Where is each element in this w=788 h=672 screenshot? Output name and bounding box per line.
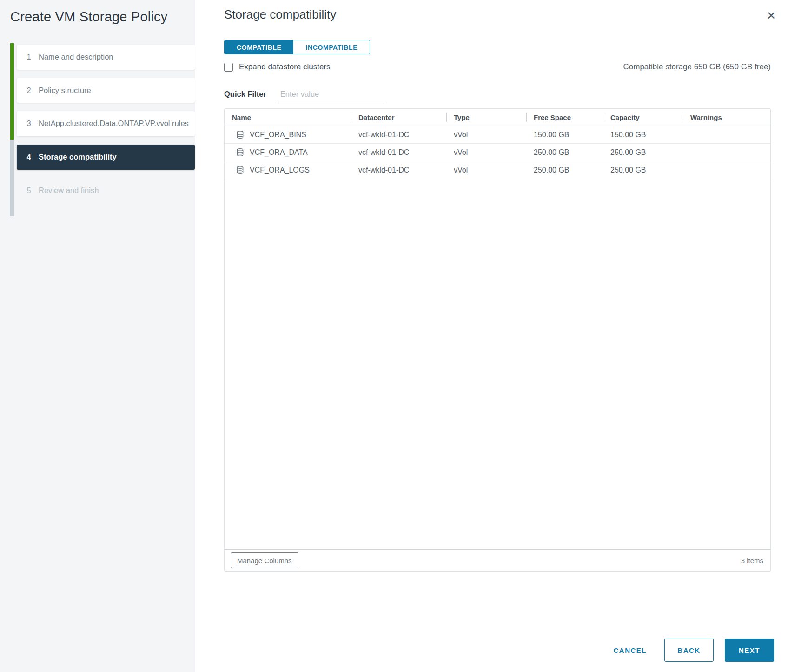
datastore-name: VCF_ORA_LOGS bbox=[250, 166, 310, 174]
datastore-type: vVol bbox=[446, 166, 526, 174]
wizard-step-vvol-rules[interactable]: 3 NetApp.clustered.Data.ONTAP.VP.vvol ru… bbox=[17, 111, 195, 136]
next-button[interactable]: NEXT bbox=[725, 639, 774, 662]
filter-row: Expand datastore clusters Compatible sto… bbox=[224, 62, 771, 72]
step-label: Review and finish bbox=[39, 185, 99, 197]
quick-filter-label: Quick Filter bbox=[224, 90, 266, 99]
column-header-free-space[interactable]: Free Space bbox=[526, 109, 603, 126]
table-row[interactable]: VCF_ORA_LOGS vcf-wkld-01-DC vVol 250.00 … bbox=[225, 161, 770, 179]
step-number: 3 bbox=[26, 119, 32, 128]
manage-columns-button[interactable]: Manage Columns bbox=[231, 552, 298, 568]
wizard-progress-done bbox=[10, 43, 14, 140]
wizard-title: Create VM Storage Policy bbox=[10, 9, 195, 25]
column-header-name[interactable]: Name bbox=[225, 109, 351, 126]
table-row[interactable]: VCF_ORA_DATA vcf-wkld-01-DC vVol 250.00 … bbox=[225, 144, 770, 161]
datastore-datacenter: vcf-wkld-01-DC bbox=[351, 166, 446, 174]
datastore-type: vVol bbox=[446, 148, 526, 157]
step-number: 1 bbox=[26, 53, 32, 61]
datastore-icon bbox=[236, 166, 245, 174]
datastore-capacity: 150.00 GB bbox=[603, 131, 683, 139]
quick-filter-row: Quick Filter bbox=[224, 89, 771, 101]
table-row[interactable]: VCF_ORA_BINS vcf-wkld-01-DC vVol 150.00 … bbox=[225, 126, 770, 144]
wizard-step-review-and-finish: 5 Review and finish bbox=[17, 178, 195, 203]
wizard-progress-todo bbox=[10, 140, 14, 216]
wizard-steps: 1 Name and description 2 Policy structur… bbox=[17, 45, 195, 211]
step-number: 2 bbox=[26, 86, 32, 95]
datastore-name: VCF_ORA_BINS bbox=[250, 131, 306, 139]
datastore-name: VCF_ORA_DATA bbox=[250, 148, 308, 157]
datastore-icon bbox=[236, 130, 245, 139]
datastore-capacity: 250.00 GB bbox=[603, 148, 683, 157]
items-count: 3 items bbox=[741, 557, 763, 565]
step-number: 4 bbox=[26, 153, 32, 161]
step-label: NetApp.clustered.Data.ONTAP.VP.vvol rule… bbox=[39, 118, 189, 130]
step-label: Name and description bbox=[39, 51, 113, 63]
page-title: Storage compatibility bbox=[224, 7, 771, 22]
datastore-free-space: 250.00 GB bbox=[526, 166, 603, 174]
column-header-capacity[interactable]: Capacity bbox=[603, 109, 683, 126]
datastore-datacenter: vcf-wkld-01-DC bbox=[351, 148, 446, 157]
compatibility-toggle: COMPATIBLE INCOMPATIBLE bbox=[224, 40, 370, 54]
datastore-capacity: 250.00 GB bbox=[603, 166, 683, 174]
expand-datastore-clusters-checkbox[interactable]: Expand datastore clusters bbox=[224, 62, 331, 72]
expand-datastore-clusters-label: Expand datastore clusters bbox=[239, 62, 331, 72]
compatible-storage-table: Name Datacenter Type Free Space Capacity… bbox=[224, 108, 771, 572]
storage-compatibility-panel: Storage compatibility ✕ COMPATIBLE INCOM… bbox=[195, 0, 788, 672]
back-button[interactable]: BACK bbox=[664, 639, 714, 662]
datastore-free-space: 150.00 GB bbox=[526, 131, 603, 139]
checkbox-icon[interactable] bbox=[224, 63, 233, 72]
wizard-actions: CANCEL BACK NEXT bbox=[614, 639, 775, 662]
step-label: Policy structure bbox=[39, 85, 91, 97]
wizard-step-policy-structure[interactable]: 2 Policy structure bbox=[17, 78, 195, 103]
wizard-progress-track bbox=[10, 43, 14, 216]
datastore-type: vVol bbox=[446, 131, 526, 139]
datastore-datacenter: vcf-wkld-01-DC bbox=[351, 131, 446, 139]
table-footer: Manage Columns 3 items bbox=[225, 549, 770, 571]
step-label: Storage compatibility bbox=[39, 151, 117, 163]
wizard-step-storage-compatibility[interactable]: 4 Storage compatibility bbox=[17, 145, 195, 170]
quick-filter-input[interactable] bbox=[278, 89, 384, 101]
datastore-free-space: 250.00 GB bbox=[526, 148, 603, 157]
close-icon[interactable]: ✕ bbox=[767, 10, 776, 21]
compatible-tab[interactable]: COMPATIBLE bbox=[225, 40, 293, 54]
column-header-datacenter[interactable]: Datacenter bbox=[351, 109, 446, 126]
column-header-warnings[interactable]: Warnings bbox=[683, 109, 770, 126]
incompatible-tab[interactable]: INCOMPATIBLE bbox=[293, 40, 370, 54]
wizard-step-name-and-description[interactable]: 1 Name and description bbox=[17, 45, 195, 70]
step-number: 5 bbox=[26, 186, 32, 195]
column-header-type[interactable]: Type bbox=[446, 109, 526, 126]
table-empty-area bbox=[225, 179, 770, 549]
datastore-icon bbox=[236, 148, 245, 157]
table-header-row: Name Datacenter Type Free Space Capacity… bbox=[225, 109, 770, 126]
compatible-storage-summary: Compatible storage 650 GB (650 GB free) bbox=[623, 62, 771, 72]
wizard-sidebar: Create VM Storage Policy 1 Name and desc… bbox=[0, 0, 195, 672]
cancel-button[interactable]: CANCEL bbox=[614, 646, 647, 654]
